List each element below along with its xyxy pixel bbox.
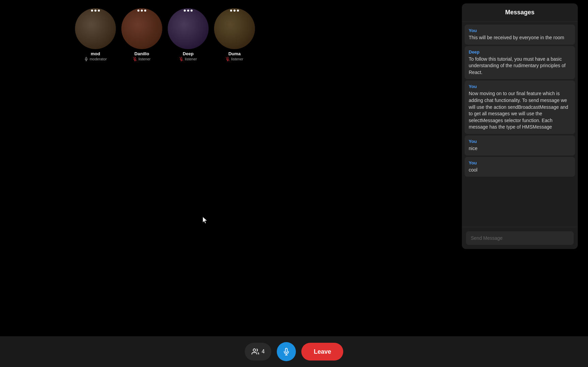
mic-icon bbox=[84, 57, 88, 61]
dot-icon bbox=[187, 10, 189, 12]
dot-icon bbox=[98, 10, 100, 12]
avatar-danillo bbox=[121, 8, 162, 49]
participants-icon bbox=[252, 348, 259, 355]
participants-row: modmoderatorDanillolistenerDeeplistenerD… bbox=[0, 0, 314, 61]
leave-button[interactable]: Leave bbox=[301, 343, 343, 361]
message-sender-3: You bbox=[469, 139, 571, 144]
dot-icon bbox=[184, 10, 186, 12]
dot-icon bbox=[144, 10, 146, 12]
mute-button[interactable] bbox=[277, 342, 296, 361]
role-text-mod: moderator bbox=[90, 57, 107, 61]
message-bubble-1: DeepTo follow this tutorial, you must ha… bbox=[465, 46, 575, 79]
message-text-4: cool bbox=[469, 167, 571, 174]
participant-role-duma: listener bbox=[226, 57, 243, 61]
participant-role-mod: moderator bbox=[84, 57, 107, 61]
participant-role-danillo: listener bbox=[133, 57, 150, 61]
message-text-2: Now moving on to our final feature which… bbox=[469, 90, 571, 131]
bottom-bar: 4 Leave bbox=[0, 336, 588, 367]
dot-icon bbox=[237, 10, 239, 12]
participant-card-mod[interactable]: modmoderator bbox=[75, 8, 116, 61]
role-text-duma: listener bbox=[231, 57, 243, 61]
avatar-mod bbox=[75, 8, 116, 49]
message-text-1: To follow this tutorial, you must have a… bbox=[469, 56, 571, 76]
avatar-deep bbox=[168, 8, 209, 49]
mic-muted-icon bbox=[133, 57, 137, 61]
dots-menu-duma[interactable] bbox=[230, 10, 239, 12]
participants-button[interactable]: 4 bbox=[245, 343, 272, 361]
message-bubble-0: YouThis will be received by everyone in … bbox=[465, 25, 575, 45]
dot-icon bbox=[94, 10, 96, 12]
participants-count: 4 bbox=[262, 349, 265, 355]
mic-muted-icon bbox=[226, 57, 230, 61]
message-text-3: nice bbox=[469, 145, 571, 152]
avatar-duma bbox=[214, 8, 255, 49]
message-bubble-4: Youcool bbox=[465, 157, 575, 177]
participant-name-danillo: Danillo bbox=[134, 51, 149, 56]
message-sender-1: Deep bbox=[469, 49, 571, 55]
participant-card-duma[interactable]: Dumalistener bbox=[214, 8, 255, 61]
participant-card-deep[interactable]: Deeplistener bbox=[168, 8, 209, 61]
mic-muted-icon bbox=[179, 57, 183, 61]
messages-list[interactable]: YouThis will be received by everyone in … bbox=[462, 22, 578, 227]
messages-header: Messages bbox=[462, 3, 578, 22]
participant-name-deep: Deep bbox=[183, 51, 194, 56]
dot-icon bbox=[141, 10, 143, 12]
message-bubble-2: YouNow moving on to our final feature wh… bbox=[465, 80, 575, 134]
dots-menu-danillo[interactable] bbox=[137, 10, 146, 12]
svg-point-11 bbox=[253, 349, 255, 351]
dot-icon bbox=[230, 10, 232, 12]
cursor bbox=[203, 217, 208, 224]
microphone-icon bbox=[283, 348, 290, 355]
participant-name-duma: Duma bbox=[228, 51, 241, 56]
dot-icon bbox=[233, 10, 236, 12]
participant-card-danillo[interactable]: Danillolistener bbox=[121, 8, 162, 61]
role-text-deep: listener bbox=[185, 57, 197, 61]
dots-menu-deep[interactable] bbox=[184, 10, 193, 12]
message-sender-2: You bbox=[469, 84, 571, 89]
message-bubble-3: Younice bbox=[465, 135, 575, 156]
participant-name-mod: mod bbox=[91, 51, 100, 56]
main-area: modmoderatorDanillolistenerDeeplistenerD… bbox=[0, 0, 314, 367]
message-sender-0: You bbox=[469, 28, 571, 33]
dots-menu-mod[interactable] bbox=[91, 10, 100, 12]
messages-panel: Messages YouThis will be received by eve… bbox=[462, 3, 578, 249]
dot-icon bbox=[91, 10, 93, 12]
message-sender-4: You bbox=[469, 160, 571, 165]
message-input-area bbox=[462, 227, 578, 249]
message-text-0: This will be received by everyone in the… bbox=[469, 34, 571, 41]
dot-icon bbox=[137, 10, 139, 12]
message-input[interactable] bbox=[466, 231, 574, 245]
dot-icon bbox=[191, 10, 193, 12]
participant-role-deep: listener bbox=[179, 57, 197, 61]
role-text-danillo: listener bbox=[138, 57, 150, 61]
